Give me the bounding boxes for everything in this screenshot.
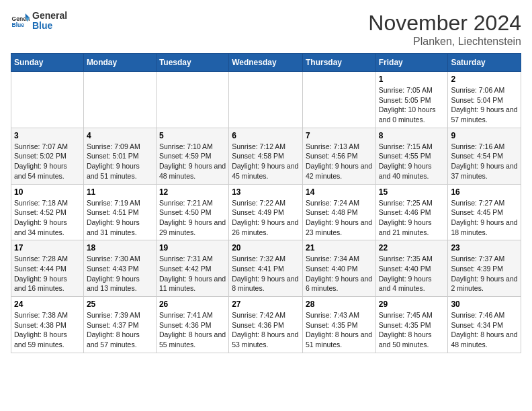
day-number: 18 bbox=[87, 243, 153, 253]
day-number: 21 bbox=[306, 243, 373, 253]
day-number: 1 bbox=[379, 75, 445, 84]
day-number: 28 bbox=[306, 300, 373, 309]
location-title: Planken, Liechtenstein bbox=[368, 36, 521, 48]
title-area: November 2024 Planken, Liechtenstein bbox=[368, 11, 521, 48]
day-cell: 12Sunrise: 7:21 AMSunset: 4:50 PMDayligh… bbox=[156, 184, 228, 240]
header: General Blue General Blue November 2024 … bbox=[11, 11, 521, 48]
day-cell bbox=[302, 72, 375, 128]
day-cell: 29Sunrise: 7:45 AMSunset: 4:35 PMDayligh… bbox=[375, 297, 448, 353]
weekday-header-wednesday: Wednesday bbox=[229, 54, 303, 72]
day-cell: 20Sunrise: 7:32 AMSunset: 4:41 PMDayligh… bbox=[229, 240, 303, 297]
day-info: Sunrise: 7:12 AMSunset: 4:58 PMDaylight:… bbox=[232, 142, 300, 181]
day-number: 5 bbox=[159, 131, 226, 140]
day-number: 13 bbox=[232, 187, 300, 197]
month-title: November 2024 bbox=[368, 11, 521, 36]
day-info: Sunrise: 7:22 AMSunset: 4:49 PMDaylight:… bbox=[232, 198, 300, 238]
day-number: 12 bbox=[159, 187, 226, 197]
weekday-header-friday: Friday bbox=[375, 54, 448, 72]
day-info: Sunrise: 7:25 AMSunset: 4:46 PMDaylight:… bbox=[379, 198, 445, 238]
day-info: Sunrise: 7:31 AMSunset: 4:42 PMDaylight:… bbox=[159, 254, 226, 293]
day-cell bbox=[156, 72, 228, 128]
day-cell: 22Sunrise: 7:35 AMSunset: 4:40 PMDayligh… bbox=[375, 240, 448, 297]
day-number: 22 bbox=[379, 243, 445, 253]
day-number: 3 bbox=[14, 131, 81, 140]
day-cell: 19Sunrise: 7:31 AMSunset: 4:42 PMDayligh… bbox=[156, 240, 228, 297]
day-cell: 10Sunrise: 7:18 AMSunset: 4:52 PMDayligh… bbox=[11, 184, 84, 240]
day-number: 9 bbox=[451, 131, 518, 140]
day-number: 20 bbox=[232, 243, 300, 253]
day-cell: 4Sunrise: 7:09 AMSunset: 5:01 PMDaylight… bbox=[83, 128, 156, 184]
logo-icon: General Blue bbox=[11, 11, 30, 30]
day-number: 11 bbox=[87, 187, 153, 197]
day-cell: 11Sunrise: 7:19 AMSunset: 4:51 PMDayligh… bbox=[83, 184, 156, 240]
day-info: Sunrise: 7:46 AMSunset: 4:34 PMDaylight:… bbox=[451, 310, 518, 350]
day-cell: 15Sunrise: 7:25 AMSunset: 4:46 PMDayligh… bbox=[375, 184, 448, 240]
day-cell bbox=[229, 72, 303, 128]
day-info: Sunrise: 7:34 AMSunset: 4:40 PMDaylight:… bbox=[306, 254, 373, 293]
day-cell: 16Sunrise: 7:27 AMSunset: 4:45 PMDayligh… bbox=[448, 184, 521, 240]
weekday-header-saturday: Saturday bbox=[448, 54, 521, 72]
day-info: Sunrise: 7:09 AMSunset: 5:01 PMDaylight:… bbox=[87, 142, 153, 181]
day-info: Sunrise: 7:30 AMSunset: 4:43 PMDaylight:… bbox=[87, 254, 153, 293]
day-info: Sunrise: 7:18 AMSunset: 4:52 PMDaylight:… bbox=[14, 198, 81, 238]
day-number: 19 bbox=[159, 243, 226, 253]
day-number: 27 bbox=[232, 300, 300, 309]
day-cell: 5Sunrise: 7:10 AMSunset: 4:59 PMDaylight… bbox=[156, 128, 228, 184]
weekday-header-tuesday: Tuesday bbox=[156, 54, 228, 72]
day-info: Sunrise: 7:24 AMSunset: 4:48 PMDaylight:… bbox=[306, 198, 373, 238]
week-row-1: 1Sunrise: 7:05 AMSunset: 5:05 PMDaylight… bbox=[11, 72, 521, 128]
day-cell: 21Sunrise: 7:34 AMSunset: 4:40 PMDayligh… bbox=[302, 240, 375, 297]
day-info: Sunrise: 7:41 AMSunset: 4:36 PMDaylight:… bbox=[159, 310, 226, 350]
day-info: Sunrise: 7:15 AMSunset: 4:55 PMDaylight:… bbox=[379, 142, 445, 181]
day-info: Sunrise: 7:19 AMSunset: 4:51 PMDaylight:… bbox=[87, 198, 153, 238]
day-cell: 8Sunrise: 7:15 AMSunset: 4:55 PMDaylight… bbox=[375, 128, 448, 184]
logo-line1: General bbox=[32, 11, 67, 21]
day-info: Sunrise: 7:05 AMSunset: 5:05 PMDaylight:… bbox=[379, 85, 445, 125]
day-info: Sunrise: 7:10 AMSunset: 4:59 PMDaylight:… bbox=[159, 142, 226, 181]
day-number: 7 bbox=[306, 131, 373, 140]
week-row-5: 24Sunrise: 7:38 AMSunset: 4:38 PMDayligh… bbox=[11, 297, 521, 353]
day-info: Sunrise: 7:37 AMSunset: 4:39 PMDaylight:… bbox=[451, 254, 518, 293]
day-cell: 24Sunrise: 7:38 AMSunset: 4:38 PMDayligh… bbox=[11, 297, 84, 353]
day-number: 10 bbox=[14, 187, 81, 197]
day-cell: 28Sunrise: 7:43 AMSunset: 4:35 PMDayligh… bbox=[302, 297, 375, 353]
day-cell: 23Sunrise: 7:37 AMSunset: 4:39 PMDayligh… bbox=[448, 240, 521, 297]
day-cell: 9Sunrise: 7:16 AMSunset: 4:54 PMDaylight… bbox=[448, 128, 521, 184]
day-number: 15 bbox=[379, 187, 445, 197]
weekday-header-thursday: Thursday bbox=[302, 54, 375, 72]
day-info: Sunrise: 7:06 AMSunset: 5:04 PMDaylight:… bbox=[451, 85, 518, 125]
day-cell: 7Sunrise: 7:13 AMSunset: 4:56 PMDaylight… bbox=[302, 128, 375, 184]
day-cell: 30Sunrise: 7:46 AMSunset: 4:34 PMDayligh… bbox=[448, 297, 521, 353]
day-number: 16 bbox=[451, 187, 518, 197]
week-row-2: 3Sunrise: 7:07 AMSunset: 5:02 PMDaylight… bbox=[11, 128, 521, 184]
day-cell: 25Sunrise: 7:39 AMSunset: 4:37 PMDayligh… bbox=[83, 297, 156, 353]
day-number: 24 bbox=[14, 300, 81, 309]
day-info: Sunrise: 7:39 AMSunset: 4:37 PMDaylight:… bbox=[87, 310, 153, 350]
day-number: 17 bbox=[14, 243, 81, 253]
day-number: 26 bbox=[159, 300, 226, 309]
day-cell: 27Sunrise: 7:42 AMSunset: 4:36 PMDayligh… bbox=[229, 297, 303, 353]
day-info: Sunrise: 7:43 AMSunset: 4:35 PMDaylight:… bbox=[306, 310, 373, 350]
day-number: 30 bbox=[451, 300, 518, 309]
weekday-header-sunday: Sunday bbox=[11, 54, 84, 72]
logo: General Blue General Blue bbox=[11, 11, 67, 32]
day-cell: 3Sunrise: 7:07 AMSunset: 5:02 PMDaylight… bbox=[11, 128, 84, 184]
day-info: Sunrise: 7:45 AMSunset: 4:35 PMDaylight:… bbox=[379, 310, 445, 350]
day-cell: 6Sunrise: 7:12 AMSunset: 4:58 PMDaylight… bbox=[229, 128, 303, 184]
day-number: 8 bbox=[379, 131, 445, 140]
svg-text:Blue: Blue bbox=[12, 22, 25, 29]
day-cell bbox=[11, 72, 84, 128]
weekday-header-row: SundayMondayTuesdayWednesdayThursdayFrid… bbox=[11, 54, 521, 72]
week-row-4: 17Sunrise: 7:28 AMSunset: 4:44 PMDayligh… bbox=[11, 240, 521, 297]
day-cell: 2Sunrise: 7:06 AMSunset: 5:04 PMDaylight… bbox=[448, 72, 521, 128]
day-info: Sunrise: 7:07 AMSunset: 5:02 PMDaylight:… bbox=[14, 142, 81, 181]
day-info: Sunrise: 7:32 AMSunset: 4:41 PMDaylight:… bbox=[232, 254, 300, 293]
day-info: Sunrise: 7:38 AMSunset: 4:38 PMDaylight:… bbox=[14, 310, 81, 350]
logo-line2: Blue bbox=[32, 21, 67, 31]
day-cell: 13Sunrise: 7:22 AMSunset: 4:49 PMDayligh… bbox=[229, 184, 303, 240]
day-info: Sunrise: 7:13 AMSunset: 4:56 PMDaylight:… bbox=[306, 142, 373, 181]
day-cell bbox=[83, 72, 156, 128]
day-info: Sunrise: 7:28 AMSunset: 4:44 PMDaylight:… bbox=[14, 254, 81, 293]
day-info: Sunrise: 7:42 AMSunset: 4:36 PMDaylight:… bbox=[232, 310, 300, 350]
day-info: Sunrise: 7:16 AMSunset: 4:54 PMDaylight:… bbox=[451, 142, 518, 181]
